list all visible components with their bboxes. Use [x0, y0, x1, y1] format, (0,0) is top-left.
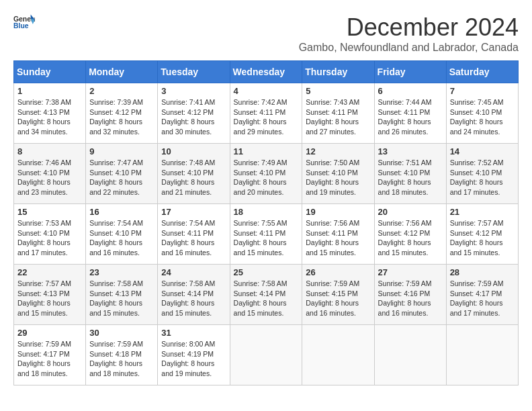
calendar-week-row: 15Sunrise: 7:53 AMSunset: 4:10 PMDayligh… [14, 204, 519, 265]
day-number: 25 [234, 267, 299, 277]
calendar-week-row: 29Sunrise: 7:59 AMSunset: 4:17 PMDayligh… [14, 325, 519, 385]
header-row: SundayMondayTuesdayWednesdayThursdayFrid… [14, 61, 519, 83]
day-info: Sunrise: 7:49 AMSunset: 4:10 PMDaylight:… [234, 158, 299, 197]
day-info: Sunrise: 7:58 AMSunset: 4:13 PMDaylight:… [89, 279, 154, 318]
calendar-cell: 10Sunrise: 7:48 AMSunset: 4:10 PMDayligh… [158, 144, 230, 204]
day-info: Sunrise: 7:54 AMSunset: 4:10 PMDaylight:… [89, 218, 154, 258]
day-number: 3 [161, 86, 226, 96]
day-number: 23 [89, 267, 154, 277]
title-section: December 2024 Gambo, Newfoundland and La… [299, 13, 519, 54]
calendar-cell: 11Sunrise: 7:49 AMSunset: 4:10 PMDayligh… [230, 144, 302, 204]
calendar-cell: 30Sunrise: 7:59 AMSunset: 4:18 PMDayligh… [86, 325, 158, 385]
calendar-cell: 26Sunrise: 7:59 AMSunset: 4:15 PMDayligh… [302, 265, 374, 325]
day-number: 26 [306, 267, 370, 277]
day-number: 31 [161, 328, 226, 338]
day-info: Sunrise: 8:00 AMSunset: 4:19 PMDaylight:… [161, 339, 226, 379]
day-number: 22 [17, 267, 82, 277]
day-number: 16 [89, 207, 154, 217]
calendar-cell [302, 325, 374, 385]
day-number: 24 [161, 267, 226, 277]
day-number: 8 [17, 146, 82, 156]
header-day: Sunday [14, 61, 86, 83]
day-info: Sunrise: 7:58 AMSunset: 4:14 PMDaylight:… [161, 279, 226, 318]
calendar-cell: 3Sunrise: 7:41 AMSunset: 4:12 PMDaylight… [158, 83, 230, 144]
calendar-cell: 29Sunrise: 7:59 AMSunset: 4:17 PMDayligh… [14, 325, 86, 385]
day-info: Sunrise: 7:45 AMSunset: 4:10 PMDaylight:… [450, 97, 515, 137]
day-info: Sunrise: 7:50 AMSunset: 4:10 PMDaylight:… [306, 158, 370, 197]
day-info: Sunrise: 7:59 AMSunset: 4:16 PMDaylight:… [378, 279, 443, 318]
day-number: 28 [450, 267, 515, 277]
day-info: Sunrise: 7:52 AMSunset: 4:10 PMDaylight:… [450, 158, 515, 197]
day-number: 21 [450, 207, 515, 217]
logo: General Blue [13, 13, 35, 32]
calendar-cell: 24Sunrise: 7:58 AMSunset: 4:14 PMDayligh… [158, 265, 230, 325]
day-number: 5 [306, 86, 370, 96]
day-info: Sunrise: 7:56 AMSunset: 4:11 PMDaylight:… [306, 218, 370, 258]
day-info: Sunrise: 7:55 AMSunset: 4:11 PMDaylight:… [234, 218, 299, 258]
calendar-cell: 4Sunrise: 7:42 AMSunset: 4:11 PMDaylight… [230, 83, 302, 144]
day-number: 15 [17, 207, 82, 217]
day-number: 10 [161, 146, 226, 156]
day-info: Sunrise: 7:58 AMSunset: 4:14 PMDaylight:… [234, 279, 299, 318]
day-info: Sunrise: 7:53 AMSunset: 4:10 PMDaylight:… [17, 218, 82, 258]
day-info: Sunrise: 7:44 AMSunset: 4:11 PMDaylight:… [378, 97, 443, 137]
header-day: Thursday [302, 61, 374, 83]
calendar-cell: 17Sunrise: 7:54 AMSunset: 4:11 PMDayligh… [158, 204, 230, 265]
day-info: Sunrise: 7:59 AMSunset: 4:17 PMDaylight:… [450, 279, 515, 318]
calendar-cell: 12Sunrise: 7:50 AMSunset: 4:10 PMDayligh… [302, 144, 374, 204]
calendar-table: SundayMondayTuesdayWednesdayThursdayFrid… [13, 60, 519, 385]
day-number: 14 [450, 146, 515, 156]
day-info: Sunrise: 7:56 AMSunset: 4:12 PMDaylight:… [378, 218, 443, 258]
day-number: 19 [306, 207, 370, 217]
day-info: Sunrise: 7:41 AMSunset: 4:12 PMDaylight:… [161, 97, 226, 137]
calendar-cell: 14Sunrise: 7:52 AMSunset: 4:10 PMDayligh… [446, 144, 518, 204]
day-info: Sunrise: 7:42 AMSunset: 4:11 PMDaylight:… [234, 97, 299, 137]
month-title: December 2024 [299, 13, 519, 42]
calendar-cell: 1Sunrise: 7:38 AMSunset: 4:13 PMDaylight… [14, 83, 86, 144]
logo-icon: General Blue [13, 13, 35, 32]
calendar-cell: 25Sunrise: 7:58 AMSunset: 4:14 PMDayligh… [230, 265, 302, 325]
calendar-cell: 31Sunrise: 8:00 AMSunset: 4:19 PMDayligh… [158, 325, 230, 385]
calendar-week-row: 22Sunrise: 7:57 AMSunset: 4:13 PMDayligh… [14, 265, 519, 325]
calendar-cell [446, 325, 518, 385]
calendar-week-row: 1Sunrise: 7:38 AMSunset: 4:13 PMDaylight… [14, 83, 519, 144]
day-number: 17 [161, 207, 226, 217]
calendar-cell: 8Sunrise: 7:46 AMSunset: 4:10 PMDaylight… [14, 144, 86, 204]
calendar-cell: 6Sunrise: 7:44 AMSunset: 4:11 PMDaylight… [374, 83, 446, 144]
day-number: 2 [89, 86, 154, 96]
calendar-cell: 2Sunrise: 7:39 AMSunset: 4:12 PMDaylight… [86, 83, 158, 144]
calendar-cell: 22Sunrise: 7:57 AMSunset: 4:13 PMDayligh… [14, 265, 86, 325]
calendar-cell: 28Sunrise: 7:59 AMSunset: 4:17 PMDayligh… [446, 265, 518, 325]
day-number: 9 [89, 146, 154, 156]
day-info: Sunrise: 7:38 AMSunset: 4:13 PMDaylight:… [17, 97, 82, 137]
day-number: 12 [306, 146, 370, 156]
location-title: Gambo, Newfoundland and Labrador, Canada [299, 42, 519, 54]
header-day: Saturday [446, 61, 518, 83]
day-info: Sunrise: 7:48 AMSunset: 4:10 PMDaylight:… [161, 158, 226, 197]
day-number: 29 [17, 328, 82, 338]
day-info: Sunrise: 7:59 AMSunset: 4:18 PMDaylight:… [89, 339, 154, 379]
day-number: 13 [378, 146, 443, 156]
header: General Blue December 2024 Gambo, Newfou… [13, 13, 519, 54]
day-info: Sunrise: 7:43 AMSunset: 4:11 PMDaylight:… [306, 97, 370, 137]
day-number: 7 [450, 86, 515, 96]
day-number: 27 [378, 267, 443, 277]
calendar-week-row: 8Sunrise: 7:46 AMSunset: 4:10 PMDaylight… [14, 144, 519, 204]
day-number: 1 [17, 86, 82, 96]
day-number: 4 [234, 86, 299, 96]
header-day: Friday [374, 61, 446, 83]
calendar-cell: 19Sunrise: 7:56 AMSunset: 4:11 PMDayligh… [302, 204, 374, 265]
calendar-cell: 16Sunrise: 7:54 AMSunset: 4:10 PMDayligh… [86, 204, 158, 265]
day-number: 18 [234, 207, 299, 217]
calendar-cell: 5Sunrise: 7:43 AMSunset: 4:11 PMDaylight… [302, 83, 374, 144]
calendar-cell [230, 325, 302, 385]
calendar-cell: 18Sunrise: 7:55 AMSunset: 4:11 PMDayligh… [230, 204, 302, 265]
day-number: 20 [378, 207, 443, 217]
day-info: Sunrise: 7:39 AMSunset: 4:12 PMDaylight:… [89, 97, 154, 137]
day-info: Sunrise: 7:57 AMSunset: 4:12 PMDaylight:… [450, 218, 515, 258]
calendar-cell: 9Sunrise: 7:47 AMSunset: 4:10 PMDaylight… [86, 144, 158, 204]
day-info: Sunrise: 7:47 AMSunset: 4:10 PMDaylight:… [89, 158, 154, 197]
day-number: 30 [89, 328, 154, 338]
calendar-cell: 15Sunrise: 7:53 AMSunset: 4:10 PMDayligh… [14, 204, 86, 265]
calendar-cell: 23Sunrise: 7:58 AMSunset: 4:13 PMDayligh… [86, 265, 158, 325]
